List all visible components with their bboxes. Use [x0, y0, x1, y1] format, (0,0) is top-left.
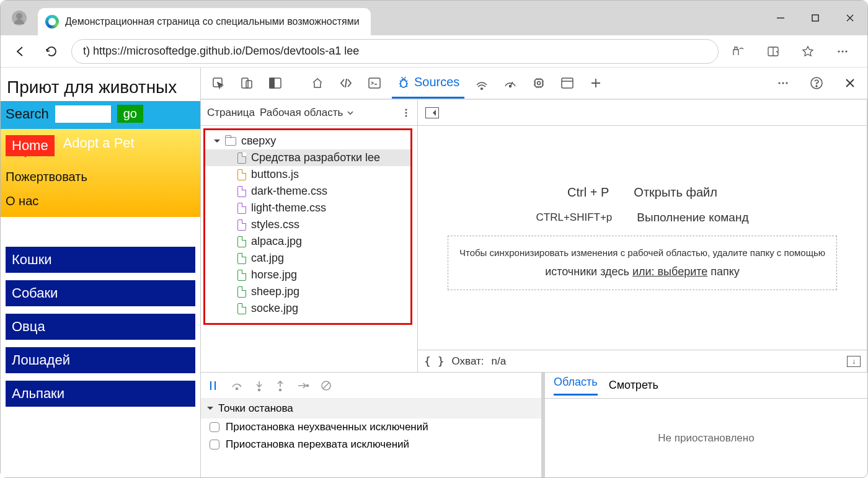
sync-select-link[interactable]: или: выберите [632, 265, 707, 278]
navigator-page-tab[interactable]: Страница [207, 107, 255, 119]
editor-footer: { } Охват: n/a [418, 350, 867, 372]
devtools-more-icon[interactable] [772, 72, 794, 94]
file-icon [237, 203, 246, 214]
nav-home[interactable]: Home [6, 135, 55, 156]
svg-point-21 [816, 86, 817, 87]
open-file-label: Открыть файл [634, 185, 717, 200]
inspect-icon[interactable] [207, 72, 229, 94]
devtools: Sources Страница [200, 68, 867, 477]
file-icon [237, 153, 246, 164]
breakpoints-header[interactable]: Точки останова [201, 399, 541, 418]
read-aloud-icon[interactable] [727, 40, 750, 63]
search-input[interactable] [55, 105, 111, 123]
deactivate-breakpoints-icon[interactable] [320, 379, 332, 392]
editor-toolbar [418, 100, 867, 126]
open-file-key: Ctrl + P [567, 185, 609, 200]
category-item[interactable]: Кошки [6, 247, 195, 273]
svg-point-26 [259, 389, 260, 391]
step-into-icon[interactable] [254, 379, 264, 392]
pause-icon[interactable] [207, 379, 219, 392]
nav-donate[interactable]: Пожертвовать [6, 170, 195, 184]
file-tree-highlight: сверху Средства разработки lee buttons.j… [203, 128, 412, 325]
close-button[interactable] [833, 1, 867, 35]
tree-file[interactable]: horse.jpg [205, 267, 410, 283]
device-icon[interactable] [236, 72, 258, 94]
refresh-button[interactable] [40, 40, 63, 63]
tree-file[interactable]: alpaca.jpg [205, 233, 410, 250]
tree-top[interactable]: сверху [205, 133, 410, 149]
browser-tab[interactable]: Демонстрационная страница со специальным… [38, 8, 371, 35]
add-tab-icon[interactable] [585, 72, 607, 94]
tree-file-label: light-theme.css [251, 201, 326, 215]
tree-file[interactable]: light-theme.css [205, 200, 410, 216]
maximize-button[interactable] [798, 1, 833, 35]
checkbox-icon[interactable] [210, 440, 219, 449]
application-tab-icon[interactable] [556, 72, 578, 94]
network-tab-icon[interactable] [471, 72, 493, 94]
scope-tab[interactable]: Область [554, 376, 598, 396]
svg-point-24 [405, 115, 407, 117]
navigator-more-icon[interactable] [401, 108, 411, 118]
step-icon[interactable] [296, 381, 309, 391]
svg-rect-6 [242, 78, 248, 88]
pretty-print-icon[interactable]: { } [424, 355, 445, 368]
panel-icon[interactable] [264, 72, 286, 94]
tree-file[interactable]: dark-theme.css [205, 183, 410, 200]
url-input[interactable]: t) https://microsoftedge.github.io/Demos… [71, 39, 719, 64]
collapse-sidebar-icon[interactable] [425, 107, 439, 118]
step-over-icon[interactable] [231, 379, 243, 392]
favorite-icon[interactable] [797, 40, 819, 63]
performance-tab-icon[interactable] [499, 72, 521, 94]
nav-about[interactable]: О нас [6, 194, 195, 208]
sources-tab[interactable]: Sources [392, 68, 464, 99]
category-item[interactable]: Овца [6, 314, 195, 340]
pause-uncaught-row[interactable]: Приостановка неухваченных исключений [201, 418, 541, 436]
svg-point-11 [401, 80, 407, 87]
svg-point-3 [841, 50, 843, 52]
chevron-down-icon[interactable] [347, 109, 354, 117]
file-icon [237, 253, 246, 264]
pause-caught-row[interactable]: Приостановка перехвата исключений [201, 436, 541, 453]
main-area: Приют для животных Search go Home Adopt … [1, 68, 867, 477]
search-row: Search go [1, 101, 200, 129]
elements-tab-icon[interactable] [335, 72, 357, 94]
category-item[interactable]: Лошадей [6, 347, 195, 373]
step-out-icon[interactable] [275, 379, 285, 392]
devtools-help-icon[interactable] [805, 72, 828, 94]
category-item[interactable]: Собаки [6, 280, 195, 306]
svg-point-19 [786, 82, 787, 84]
breakpoints-header-label: Точки останова [218, 402, 293, 415]
svg-rect-14 [535, 79, 542, 87]
nav-adopt[interactable]: Adopt a Pet [63, 135, 135, 151]
frame-icon [225, 137, 236, 146]
navigator-workspace-tab[interactable]: Рабочая область [260, 107, 343, 119]
scope-tabs: Область Смотреть [545, 373, 867, 399]
download-icon[interactable] [847, 356, 861, 367]
tree-file[interactable]: socke.jpg [205, 300, 410, 317]
tree-file[interactable]: cat.jpg [205, 250, 410, 267]
minimize-button[interactable] [763, 1, 798, 35]
triangle-down-icon [207, 407, 213, 413]
tree-file[interactable]: sheep.jpg [205, 283, 410, 300]
tree-file-label: socke.jpg [251, 302, 298, 315]
console-tab-icon[interactable] [363, 72, 386, 94]
debug-drawer: Точки останова Приостановка неухваченных… [201, 372, 867, 477]
watch-tab[interactable]: Смотреть [609, 379, 658, 392]
category-list: Кошки Собаки Овца Лошадей Альпаки [1, 247, 200, 407]
tree-file[interactable]: buttons.js [205, 166, 410, 183]
checkbox-icon[interactable] [210, 422, 219, 432]
window-controls [763, 1, 867, 35]
welcome-tab-icon[interactable] [306, 72, 329, 94]
reader-icon[interactable] [762, 40, 784, 63]
tree-index[interactable]: Средства разработки lee [205, 149, 410, 166]
category-item[interactable]: Альпаки [6, 381, 195, 407]
devtools-close-icon[interactable] [839, 72, 861, 94]
memory-tab-icon[interactable] [528, 72, 550, 94]
go-button[interactable]: go [117, 105, 143, 123]
profile-avatar-icon[interactable] [12, 11, 27, 25]
coverage-value: n/a [491, 355, 506, 368]
more-icon[interactable] [831, 40, 854, 63]
tree-file-label: styles.css [251, 218, 299, 231]
tree-file[interactable]: styles.css [205, 216, 410, 233]
back-button[interactable] [9, 40, 32, 63]
